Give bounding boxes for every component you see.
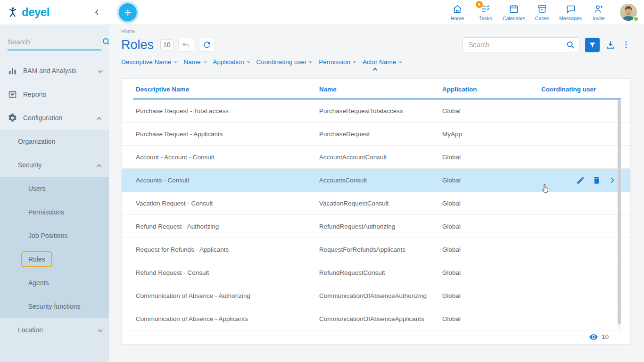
table-row[interactable]: Vacation Request - ConsultVacationReques… xyxy=(122,192,630,215)
user-avatar[interactable] xyxy=(619,3,637,21)
filter-chip-application[interactable]: Application xyxy=(213,58,249,66)
download-button[interactable] xyxy=(605,37,616,52)
refresh-button[interactable] xyxy=(199,38,215,52)
column-header-descriptive-name[interactable]: Descriptive Name xyxy=(136,86,319,93)
cell: Communication of Absence - Applicants xyxy=(136,315,319,322)
list-search-box xyxy=(462,37,579,52)
sidebar-item-configuration[interactable]: Configuration xyxy=(0,106,109,130)
collapse-filters-control[interactable] xyxy=(352,67,401,75)
filter-chip-name[interactable]: Name xyxy=(184,58,206,66)
topbar-item-invite[interactable]: Invite xyxy=(585,3,613,21)
sidebar-menu: BAM and AnalysisReportsConfigurationOrga… xyxy=(0,59,109,342)
topbar-item-cases[interactable]: Cases xyxy=(528,3,556,21)
chevron-down-icon[interactable] xyxy=(98,67,101,74)
table-row[interactable]: Request for Refunds - ApplicantsRequestF… xyxy=(122,238,630,261)
cell: Global xyxy=(442,154,541,161)
more-options-button[interactable] xyxy=(621,37,631,52)
sidebar-item-agents[interactable]: Agents xyxy=(0,271,109,295)
table-row[interactable]: Communication of Absence - ApplicantsCom… xyxy=(122,307,630,330)
topbar-item-tasks[interactable]: 9Tasks xyxy=(471,3,500,21)
logo-text: deyel xyxy=(22,6,50,19)
sidebar-item-job-positions[interactable]: Job Positions xyxy=(0,224,109,247)
selected-item-highlight: Roles xyxy=(21,251,52,267)
topbar-item-messages[interactable]: Messages xyxy=(556,3,585,21)
topbar-item-label: Messages xyxy=(559,16,582,21)
table-header: Descriptive NameNameApplicationCoordinat… xyxy=(122,79,630,99)
sidebar: deyel BAM and AnalysisReportsConfigurati… xyxy=(0,0,109,362)
filter-chip-label: Coordinating user xyxy=(256,58,307,66)
table-row[interactable]: Communication of Absence - AuthorizingCo… xyxy=(122,284,630,307)
chevron-right-icon[interactable] xyxy=(608,176,616,184)
cell: Vacation Request - Consult xyxy=(136,200,319,207)
filter-chip-permission[interactable]: Permission xyxy=(319,58,355,66)
cell: Global xyxy=(442,223,541,230)
content: Home Roles 10 xyxy=(109,25,644,362)
sidebar-item-roles[interactable]: Roles xyxy=(0,247,109,271)
breadcrumb[interactable]: Home xyxy=(121,28,631,34)
sidebar-item-location[interactable]: Location xyxy=(0,318,109,342)
table-row[interactable]: Account - Account - ConsultAccountAccoun… xyxy=(122,146,630,169)
messages-icon xyxy=(565,4,576,14)
sidebar-item-security-functions[interactable]: Security functions xyxy=(0,295,109,318)
add-button[interactable]: + xyxy=(119,3,137,21)
sidebar-search-input[interactable] xyxy=(8,38,101,46)
chevron-down-icon[interactable] xyxy=(98,326,101,334)
restore-view-button[interactable] xyxy=(178,38,194,52)
cell: AccountAccountConsult xyxy=(319,154,442,161)
table-row[interactable]: Accounts - ConsultAccountsConsultGlobal xyxy=(122,169,630,192)
filter-chip-descriptive-name[interactable]: Descriptive Name xyxy=(121,58,176,66)
download-icon xyxy=(605,40,616,50)
chevron-up-icon[interactable] xyxy=(98,114,101,122)
cell: Request for Refunds - Applicants xyxy=(136,246,319,253)
column-header-application[interactable]: Application xyxy=(442,86,541,93)
chevron-down-icon xyxy=(309,60,313,63)
table-row[interactable]: Refund Request - AuthorizingRefundReques… xyxy=(122,215,630,238)
sidebar-item-label: Users xyxy=(28,185,46,192)
topbar-item-home[interactable]: Home xyxy=(443,3,471,21)
list-search-input[interactable] xyxy=(469,41,566,49)
edit-icon[interactable] xyxy=(576,176,585,185)
cell: Global xyxy=(442,200,541,207)
filter-chip-actor-name[interactable]: Actor Name xyxy=(363,58,401,66)
gear-icon xyxy=(8,113,17,123)
cell: AccountsConsult xyxy=(319,177,442,184)
chevron-down-icon xyxy=(399,60,402,63)
tasks-badge: 9 xyxy=(476,1,483,8)
filter-chip-coordinating-user[interactable]: Coordinating user xyxy=(256,58,312,66)
cell: RequestForRefundsApplicants xyxy=(319,246,442,253)
sidebar-item-organization[interactable]: Organization xyxy=(0,130,109,153)
app-root: deyel BAM and AnalysisReportsConfigurati… xyxy=(0,0,644,362)
sidebar-item-permissions[interactable]: Permissions xyxy=(0,200,109,224)
cell: Accounts - Consult xyxy=(136,177,319,184)
chevron-up-icon[interactable] xyxy=(98,161,101,169)
list-toolbar xyxy=(462,37,631,52)
sidebar-item-bam-and-analysis[interactable]: BAM and Analysis xyxy=(0,59,109,82)
table-row[interactable]: Purchase Request - Total accessPurchaseR… xyxy=(122,99,630,123)
search-submit-icon[interactable] xyxy=(566,40,575,49)
table-body: Purchase Request - Total accessPurchaseR… xyxy=(122,99,630,330)
funnel-icon xyxy=(588,41,596,49)
cell: Communication of Absence - Authorizing xyxy=(136,292,319,299)
column-header-name[interactable]: Name xyxy=(319,86,442,93)
sidebar-collapse-button[interactable] xyxy=(93,8,101,16)
cell: Global xyxy=(442,269,541,276)
sidebar-item-users[interactable]: Users xyxy=(0,177,109,200)
sidebar-item-reports[interactable]: Reports xyxy=(0,82,109,106)
app-logo: deyel xyxy=(7,6,50,19)
topbar-item-label: Cases xyxy=(535,16,549,21)
topbar-item-calendars[interactable]: Calendars xyxy=(500,3,528,21)
scrollbar-thumb[interactable] xyxy=(618,100,621,324)
delete-icon[interactable] xyxy=(592,176,601,185)
cell: Global xyxy=(442,292,541,299)
cell: PurchaseRequest xyxy=(319,131,442,138)
filter-button[interactable] xyxy=(585,38,600,52)
topbar-item-label: Home xyxy=(451,16,464,21)
chevron-down-icon xyxy=(353,60,356,63)
cell: Global xyxy=(442,246,541,253)
sidebar-item-security[interactable]: Security xyxy=(0,153,109,177)
sidebar-item-label: Agents xyxy=(28,279,49,287)
column-header-coordinating-user[interactable]: Coordinating user xyxy=(541,86,630,93)
table-row[interactable]: Refund Request - ConsultRefundRequestCon… xyxy=(122,261,630,284)
kebab-icon xyxy=(621,40,631,49)
table-row[interactable]: Purchase Request - ApplicantsPurchaseReq… xyxy=(122,123,630,146)
